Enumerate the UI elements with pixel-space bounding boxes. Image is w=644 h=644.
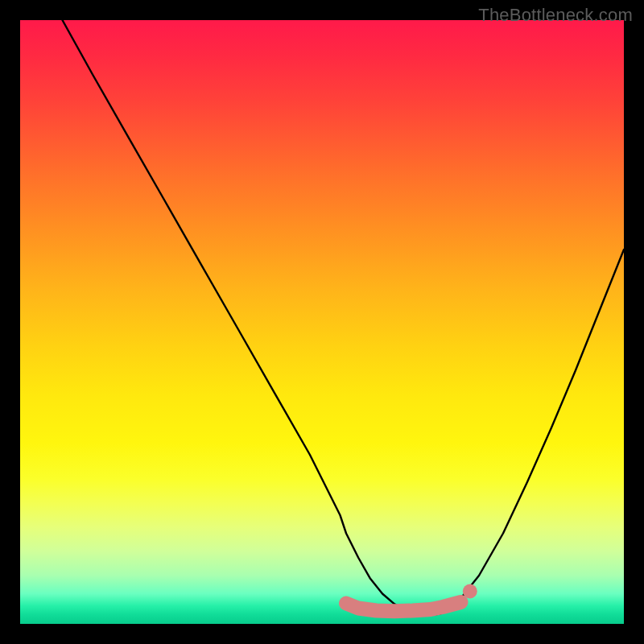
flat-segment: [346, 602, 461, 611]
watermark-label: TheBottleneck.com: [478, 5, 633, 26]
chart-frame: TheBottleneck.com: [0, 0, 644, 644]
plot-area: [20, 20, 624, 624]
flat-end-dot: [463, 584, 477, 599]
bottleneck-curve: [63, 20, 625, 614]
curve-svg: [20, 20, 624, 624]
